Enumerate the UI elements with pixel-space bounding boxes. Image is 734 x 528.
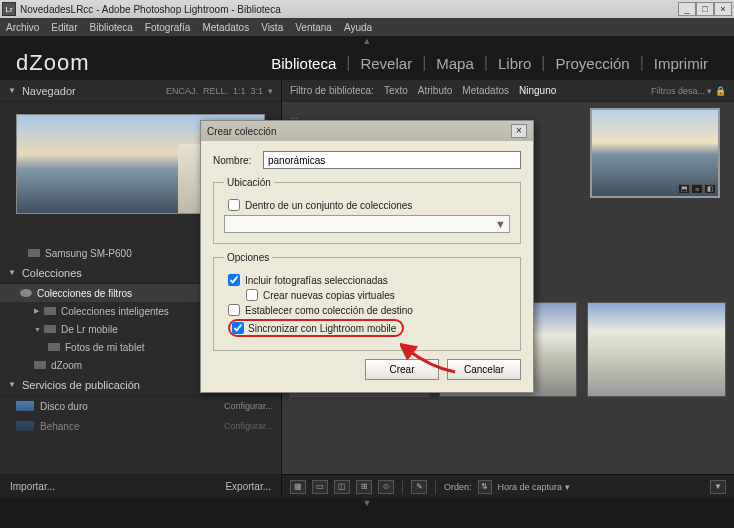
virtual-copies-label: Crear nuevas copias virtuales — [263, 290, 395, 301]
service-row[interactable]: Behance Configurar... — [0, 416, 281, 436]
window-titlebar: Lr NovedadesLRcc - Adobe Photoshop Light… — [0, 0, 734, 18]
sync-highlight: Sincronizar con Lightroom mobile — [228, 319, 404, 337]
sort-dropdown[interactable]: Hora de captura ▾ — [498, 482, 570, 492]
top-chevron[interactable]: ▲ — [0, 36, 734, 46]
bottom-chevron[interactable]: ▼ — [0, 498, 734, 508]
identity-plate: dZoom — [16, 50, 89, 76]
navigator-header[interactable]: ▼ Navegador ENCAJ. RELL. 1:1 3:1 ▾ — [0, 80, 281, 102]
name-label: Nombre: — [213, 155, 263, 166]
minimize-button[interactable]: _ — [678, 2, 696, 16]
smart-collection-icon — [44, 307, 56, 315]
configure-link[interactable]: Configurar... — [224, 401, 273, 411]
filter-text[interactable]: Texto — [384, 85, 408, 96]
filter-none[interactable]: Ninguno — [519, 85, 556, 96]
menu-item[interactable]: Metadatos — [202, 22, 249, 33]
nav-mode[interactable]: 3:1 — [250, 86, 263, 96]
menu-bar: Archivo Editar Biblioteca Fotografía Met… — [0, 18, 734, 36]
dialog-title: Crear colección — [207, 126, 276, 137]
library-filter-bar: Filtro de biblioteca: Texto Atributo Met… — [282, 80, 734, 102]
tab-revelar[interactable]: Revelar — [350, 55, 422, 72]
menu-item[interactable]: Fotografía — [145, 22, 191, 33]
create-button[interactable]: Crear — [365, 359, 439, 380]
sort-direction-icon[interactable]: ⇅ — [478, 480, 492, 494]
nav-mode[interactable]: ENCAJ. — [166, 86, 198, 96]
menu-item[interactable]: Ventana — [295, 22, 332, 33]
chevron-down-icon[interactable]: ▾ — [268, 86, 273, 96]
disclosure-triangle-icon: ▼ — [8, 86, 16, 95]
collection-label: dZoom — [51, 360, 82, 371]
dialog-close-button[interactable]: × — [511, 124, 527, 138]
disclosure-triangle-icon: ▼ — [8, 268, 16, 277]
create-collection-dialog: Crear colección × Nombre: Ubicación Dent… — [200, 120, 534, 393]
module-header: dZoom Biblioteca| Revelar| Mapa| Libro| … — [0, 46, 734, 80]
nav-mode[interactable]: 1:1 — [233, 86, 246, 96]
collection-label: Fotos de mi tablet — [65, 342, 144, 353]
virtual-copies-checkbox[interactable] — [246, 289, 258, 301]
toolbar-menu-icon[interactable]: ▼ — [710, 480, 726, 494]
tab-proyeccion[interactable]: Proyección — [545, 55, 639, 72]
survey-view-icon[interactable]: ⊞ — [356, 480, 372, 494]
app-icon: Lr — [2, 2, 16, 16]
inside-set-checkbox[interactable] — [228, 199, 240, 211]
device-icon — [28, 249, 40, 257]
triangle-icon: ▼ — [34, 326, 44, 333]
thumbnail[interactable] — [587, 302, 726, 397]
nav-mode[interactable]: RELL. — [203, 86, 228, 96]
options-fieldset: Opciones Incluir fotografías seleccionad… — [213, 252, 521, 351]
menu-item[interactable]: Archivo — [6, 22, 39, 33]
inside-set-label: Dentro de un conjunto de colecciones — [245, 200, 412, 211]
collection-set-icon — [44, 325, 56, 333]
sync-mobile-checkbox[interactable] — [232, 322, 244, 334]
filter-metadata[interactable]: Metadatos — [462, 85, 509, 96]
services-title: Servicios de publicación — [22, 379, 140, 391]
people-view-icon[interactable]: ☺ — [378, 480, 394, 494]
collection-name-input[interactable] — [263, 151, 521, 169]
collection-label: Colecciones inteligentes — [61, 306, 169, 317]
tab-imprimir[interactable]: Imprimir — [644, 55, 718, 72]
loupe-view-icon[interactable]: ▭ — [312, 480, 328, 494]
painter-icon[interactable]: ✎ — [411, 480, 427, 494]
menu-item[interactable]: Biblioteca — [89, 22, 132, 33]
menu-item[interactable]: Vista — [261, 22, 283, 33]
tab-libro[interactable]: Libro — [488, 55, 541, 72]
include-selected-checkbox[interactable] — [228, 274, 240, 286]
import-button[interactable]: Importar... — [10, 481, 55, 492]
collection-icon — [34, 361, 46, 369]
divider — [435, 480, 436, 494]
badge-icon[interactable]: ⬒ — [678, 184, 690, 194]
badge-icon[interactable]: ◧ — [704, 184, 716, 194]
triangle-icon: ▶ — [34, 307, 44, 315]
thumbnail-selected[interactable]: ⬒ ≡ ◧ — [590, 108, 720, 198]
behance-icon — [16, 421, 34, 431]
collections-title: Colecciones — [22, 267, 82, 279]
options-legend: Opciones — [224, 252, 272, 263]
export-button[interactable]: Exportar... — [225, 481, 271, 492]
compare-view-icon[interactable]: ◫ — [334, 480, 350, 494]
dialog-titlebar: Crear colección × — [201, 121, 533, 141]
divider — [402, 480, 403, 494]
collection-icon — [48, 343, 60, 351]
target-collection-label: Establecer como colección de destino — [245, 305, 413, 316]
location-legend: Ubicación — [224, 177, 274, 188]
cancel-button[interactable]: Cancelar — [447, 359, 521, 380]
hdd-icon — [16, 401, 34, 411]
menu-item[interactable]: Editar — [51, 22, 77, 33]
grid-view-icon[interactable]: ▦ — [290, 480, 306, 494]
close-button[interactable]: × — [714, 2, 732, 16]
collection-label: Colecciones de filtros — [37, 288, 132, 299]
collection-set-icon — [20, 289, 32, 297]
badge-icon[interactable]: ≡ — [691, 184, 703, 194]
service-row[interactable]: Disco duro Configurar... — [0, 396, 281, 416]
collection-set-dropdown[interactable]: ▼ — [224, 215, 510, 233]
target-collection-checkbox[interactable] — [228, 304, 240, 316]
collection-label: De Lr mobile — [61, 324, 118, 335]
sync-mobile-label: Sincronizar con Lightroom mobile — [248, 323, 396, 334]
maximize-button[interactable]: □ — [696, 2, 714, 16]
tab-mapa[interactable]: Mapa — [426, 55, 484, 72]
menu-item[interactable]: Ayuda — [344, 22, 372, 33]
configure-link[interactable]: Configurar... — [224, 421, 273, 431]
filter-attribute[interactable]: Atributo — [418, 85, 452, 96]
tab-biblioteca[interactable]: Biblioteca — [261, 55, 346, 72]
window-title: NovedadesLRcc - Adobe Photoshop Lightroo… — [20, 4, 281, 15]
filter-preset-dropdown[interactable]: Filtros desa... ▾ 🔒 — [651, 86, 726, 96]
